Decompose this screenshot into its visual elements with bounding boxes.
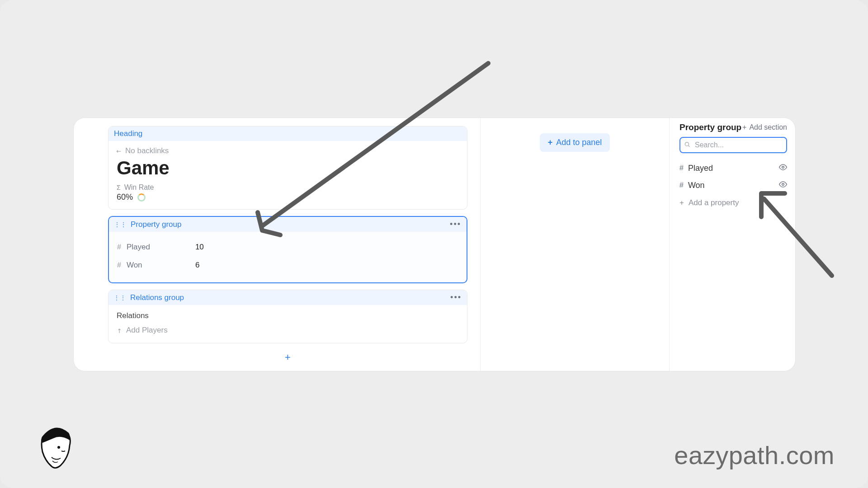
avatar	[33, 425, 75, 470]
number-icon: #	[117, 243, 121, 251]
heading-card[interactable]: Heading ↙ No backlinks Game Σ Win Rate 6…	[108, 126, 467, 210]
property-group-label: Property group	[131, 220, 181, 229]
side-prop-row-won[interactable]: # Won	[679, 177, 787, 194]
relations-group-header: Relations group •••	[108, 290, 467, 305]
add-relation-button[interactable]: ↗ Add Players	[117, 326, 459, 335]
progress-spinner-icon	[137, 193, 146, 202]
property-group-card[interactable]: Property group ••• # Played 10 # Won 6	[108, 216, 467, 283]
search-wrap	[679, 137, 787, 153]
search-icon	[684, 141, 690, 149]
property-list: # Played 10 # Won 6	[109, 232, 467, 282]
number-icon: #	[117, 261, 121, 269]
relation-arrow-icon: ↗	[115, 326, 123, 334]
number-icon: #	[679, 181, 684, 189]
property-label: Won	[127, 261, 190, 270]
add-property-label: Add a property	[689, 198, 739, 207]
relations-body: Relations ↗ Add Players	[108, 305, 467, 343]
add-block-button[interactable]: +	[285, 352, 291, 363]
app-window: Heading ↙ No backlinks Game Σ Win Rate 6…	[73, 117, 796, 371]
property-group-header: Property group •••	[109, 217, 467, 232]
visibility-toggle-icon[interactable]	[779, 163, 787, 173]
backlinks-icon: ↙	[115, 147, 123, 155]
add-section-button[interactable]: + Add section	[742, 123, 787, 131]
side-prop-row-played[interactable]: # Played	[679, 160, 787, 177]
property-label: Played	[127, 243, 190, 252]
plus-icon: +	[548, 138, 553, 147]
add-to-panel-button[interactable]: + Add to panel	[540, 133, 610, 152]
sigma-icon: Σ	[117, 184, 121, 191]
relations-title: Relations	[117, 311, 459, 320]
side-panel: Property group + Add section # Played #	[670, 118, 795, 371]
add-relation-label: Add Players	[126, 326, 168, 335]
heading-section-label: Heading	[114, 129, 142, 138]
visibility-toggle-icon[interactable]	[779, 180, 787, 190]
add-section-label: Add section	[749, 123, 787, 131]
side-prop-label: Won	[688, 181, 705, 190]
heading-card-header: Heading	[108, 127, 467, 141]
winrate-value-row: 60%	[108, 192, 467, 209]
side-prop-label: Played	[688, 164, 713, 173]
svg-point-2	[782, 166, 784, 169]
relations-group-label: Relations group	[130, 293, 184, 302]
winrate-label: Win Rate	[124, 183, 154, 192]
card-menu-button[interactable]: •••	[450, 220, 461, 229]
plus-icon: +	[742, 123, 746, 131]
property-value: 10	[195, 243, 204, 252]
backlinks-text: No backlinks	[125, 146, 169, 155]
svg-point-0	[685, 142, 689, 146]
property-row-played[interactable]: # Played 10	[117, 238, 458, 256]
property-value: 6	[195, 261, 199, 270]
brand-watermark: eazypath.com	[674, 441, 835, 470]
search-input[interactable]	[679, 137, 787, 153]
plus-icon: +	[679, 198, 684, 207]
card-menu-button[interactable]: •••	[450, 293, 462, 302]
backlinks-row[interactable]: ↙ No backlinks	[108, 141, 467, 155]
winrate-value: 60%	[117, 192, 133, 202]
number-icon: #	[679, 164, 684, 172]
main-column: Heading ↙ No backlinks Game Σ Win Rate 6…	[74, 118, 481, 371]
add-to-panel-label: Add to panel	[556, 138, 602, 147]
drag-handle-icon[interactable]	[114, 295, 127, 301]
page-title[interactable]: Game	[108, 155, 467, 183]
relations-group-card[interactable]: Relations group ••• Relations ↗ Add Play…	[108, 290, 467, 343]
add-block-row: +	[108, 352, 467, 363]
side-panel-title: Property group	[679, 122, 741, 132]
middle-column: + Add to panel	[481, 118, 670, 371]
drag-handle-icon[interactable]	[114, 221, 127, 228]
svg-line-1	[689, 145, 690, 147]
svg-point-6	[57, 446, 60, 449]
winrate-label-row[interactable]: Σ Win Rate	[108, 183, 467, 192]
side-panel-head: Property group + Add section	[679, 122, 787, 132]
add-property-button[interactable]: + Add a property	[679, 194, 787, 212]
property-row-won[interactable]: # Won 6	[117, 256, 458, 274]
svg-point-3	[782, 183, 784, 186]
